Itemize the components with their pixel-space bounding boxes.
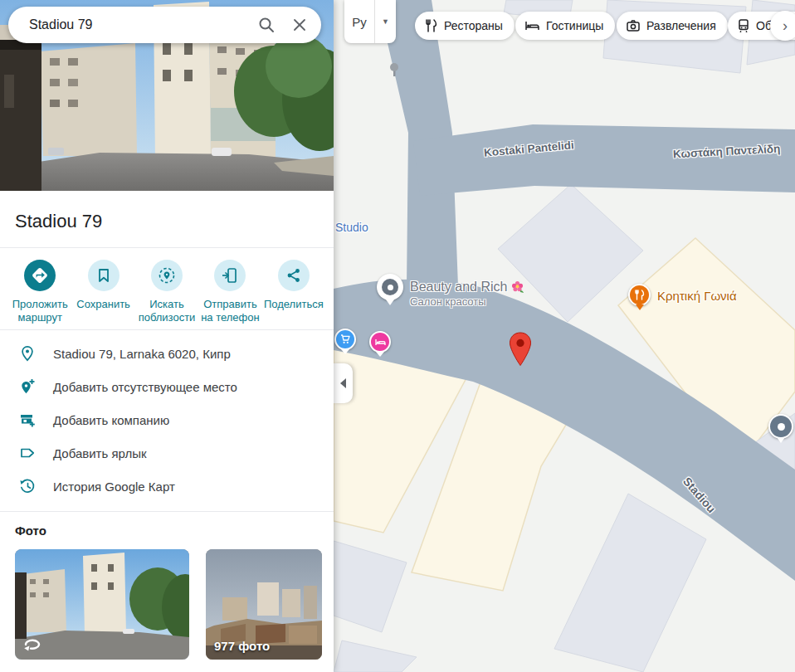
poi-label-beauty-subtitle: Салон красоты: [410, 295, 486, 308]
beauty-and-rich-pin[interactable]: [377, 274, 403, 300]
share-icon: [278, 260, 310, 291]
label-tag-icon: [18, 444, 37, 462]
generic-poi-pin[interactable]: [768, 414, 793, 439]
directions-button[interactable]: Проложить маршрут: [8, 260, 71, 324]
save-button[interactable]: Сохранить: [71, 260, 134, 324]
camera-icon: [627, 20, 640, 32]
address-row[interactable]: Stadiou 79, Larnaka 6020, Кипр: [0, 337, 334, 370]
destination-marker[interactable]: [509, 332, 532, 370]
flower-icon: [511, 280, 524, 293]
chip-hotels[interactable]: Гостиницы: [515, 12, 615, 40]
place-panel: Stadiou 79 Проложить маршрут Сохр: [0, 0, 334, 672]
poi-label-kritiki[interactable]: Κρητική Γωνιά: [657, 289, 737, 303]
add-place-icon: [18, 377, 37, 396]
send-to-phone-icon: [214, 260, 246, 291]
chevron-left-icon: [340, 378, 346, 388]
poi-label-studio[interactable]: Studio: [335, 221, 368, 234]
search-bar: [8, 7, 321, 43]
hotel-icon: [525, 20, 539, 32]
address-text: Stadiou 79, Larnaka 6020, Кипр: [53, 347, 231, 361]
poi-label-beauty-name[interactable]: Beauty and Rich: [410, 280, 524, 295]
clear-search-button[interactable]: [283, 8, 316, 41]
send-to-phone-button[interactable]: Отправить на телефон: [198, 260, 261, 324]
bookmark-icon: [88, 260, 119, 291]
search-icon: [257, 16, 276, 34]
streetview-photo-thumb[interactable]: [15, 549, 189, 660]
shopping-poi-pin[interactable]: [334, 329, 356, 350]
place-menu: Stadiou 79, Larnaka 6020, Кипр Добавить …: [0, 330, 334, 511]
beauty-name-text: Beauty and Rich: [410, 280, 507, 294]
add-label-row[interactable]: Добавить ярлык: [0, 436, 334, 470]
directions-icon: [24, 260, 56, 291]
restaurant-icon: [425, 19, 437, 32]
chip-entertainment[interactable]: Развлечения: [617, 12, 728, 40]
road-kostaki-pantelidi: [413, 124, 795, 196]
chevron-right-icon: ›: [783, 17, 788, 34]
all-photos-thumb[interactable]: 977 фото: [206, 549, 322, 660]
streetview-360-icon: [22, 635, 43, 655]
action-buttons-row: Проложить маршрут Сохранить: [0, 248, 334, 329]
collapse-panel-button[interactable]: [334, 363, 353, 403]
map-base-layer: [334, 0, 795, 672]
history-row[interactable]: История Google Карт: [0, 470, 334, 503]
add-business-row[interactable]: Добавить компанию: [0, 403, 334, 436]
chip-restaurants[interactable]: Рестораны: [415, 12, 515, 40]
photo-count-label: 977 фото: [214, 639, 270, 653]
page-title: Stadiou 79: [0, 191, 334, 247]
map-canvas[interactable]: Kostaki Pantelidi Κωστάκη Παντελίδη Stad…: [334, 0, 795, 672]
language-button-label[interactable]: Ру: [344, 0, 375, 43]
place-pin-icon: [18, 344, 37, 363]
search-nearby-button[interactable]: Искать поблизости: [135, 260, 198, 324]
language-input-control[interactable]: Ру ▼: [344, 0, 396, 43]
photos-heading: Фото: [15, 523, 334, 538]
hotel-poi-pin[interactable]: [369, 331, 391, 353]
streetview-preview[interactable]: [0, 0, 334, 191]
add-business-icon: [18, 411, 37, 429]
search-input[interactable]: [29, 17, 250, 32]
search-button[interactable]: [250, 8, 283, 41]
google-maps-app: Stadiou 79 Проложить маршрут Сохр: [0, 0, 795, 672]
transit-icon: [738, 19, 749, 32]
history-icon: [18, 477, 37, 495]
share-button[interactable]: Поделиться: [262, 260, 325, 324]
chevron-down-icon[interactable]: ▼: [375, 0, 396, 43]
photos-section: Фото: [0, 512, 334, 660]
add-missing-place-row[interactable]: Добавить отсутствующее место: [0, 370, 334, 403]
kritiki-gonia-pin[interactable]: [628, 284, 651, 306]
chips-scroll-right-button[interactable]: ›: [770, 11, 795, 41]
close-icon: [291, 17, 308, 33]
search-nearby-icon: [151, 260, 183, 291]
